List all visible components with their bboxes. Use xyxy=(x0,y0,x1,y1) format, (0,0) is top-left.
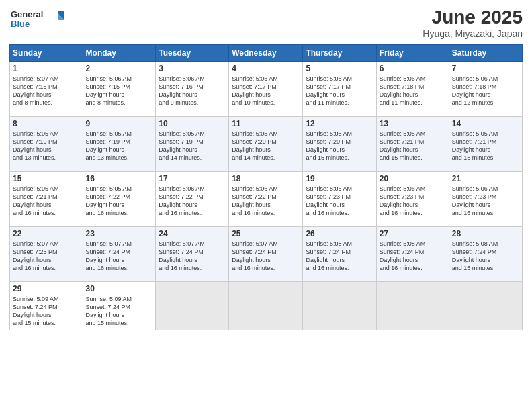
table-row: 7Sunrise: 5:06 AMSunset: 7:18 PMDaylight… xyxy=(449,62,522,117)
table-row: 17Sunrise: 5:06 AMSunset: 7:22 PMDayligh… xyxy=(156,172,229,227)
table-row: 15Sunrise: 5:05 AMSunset: 7:21 PMDayligh… xyxy=(10,172,83,227)
table-row: 8Sunrise: 5:05 AMSunset: 7:19 PMDaylight… xyxy=(10,117,83,172)
svg-text:General: General xyxy=(11,9,43,19)
table-row: 25Sunrise: 5:07 AMSunset: 7:24 PMDayligh… xyxy=(229,227,303,282)
header: General Blue June 2025 Hyuga, Miyazaki, … xyxy=(9,7,523,39)
table-row xyxy=(376,282,449,330)
day-number: 20 xyxy=(380,174,446,183)
day-number: 5 xyxy=(306,64,373,73)
day-info: Sunrise: 5:06 AMSunset: 7:23 PMDaylight … xyxy=(306,185,373,218)
col-saturday: Saturday xyxy=(449,45,522,62)
table-row: 4Sunrise: 5:06 AMSunset: 7:17 PMDaylight… xyxy=(229,62,303,117)
day-number: 3 xyxy=(159,64,226,73)
table-row: 18Sunrise: 5:06 AMSunset: 7:22 PMDayligh… xyxy=(229,172,303,227)
table-row: 21Sunrise: 5:06 AMSunset: 7:23 PMDayligh… xyxy=(449,172,522,227)
day-number: 9 xyxy=(86,119,153,128)
logo-content: General Blue xyxy=(9,7,70,35)
day-info: Sunrise: 5:07 AMSunset: 7:15 PMDaylight … xyxy=(13,75,80,107)
day-info: Sunrise: 5:06 AMSunset: 7:17 PMDaylight … xyxy=(232,75,300,107)
table-row: 30Sunrise: 5:09 AMSunset: 7:24 PMDayligh… xyxy=(83,282,156,330)
day-info: Sunrise: 5:06 AMSunset: 7:22 PMDaylight … xyxy=(232,185,300,218)
table-row xyxy=(303,282,376,330)
day-info: Sunrise: 5:05 AMSunset: 7:19 PMDaylight … xyxy=(159,130,226,163)
day-info: Sunrise: 5:08 AMSunset: 7:24 PMDaylight … xyxy=(380,240,446,273)
day-info: Sunrise: 5:06 AMSunset: 7:15 PMDaylight … xyxy=(86,75,153,107)
table-row: 26Sunrise: 5:08 AMSunset: 7:24 PMDayligh… xyxy=(303,227,376,282)
day-info: Sunrise: 5:06 AMSunset: 7:23 PMDaylight … xyxy=(452,185,519,218)
col-wednesday: Wednesday xyxy=(229,45,303,62)
day-info: Sunrise: 5:05 AMSunset: 7:19 PMDaylight … xyxy=(13,130,80,163)
day-info: Sunrise: 5:07 AMSunset: 7:23 PMDaylight … xyxy=(13,240,80,273)
calendar-table: Sunday Monday Tuesday Wednesday Thursday… xyxy=(9,44,523,330)
day-number: 1 xyxy=(13,64,80,73)
logo-icon: General Blue xyxy=(9,7,70,32)
day-info: Sunrise: 5:06 AMSunset: 7:22 PMDaylight … xyxy=(159,185,226,218)
table-row: 16Sunrise: 5:05 AMSunset: 7:22 PMDayligh… xyxy=(83,172,156,227)
day-info: Sunrise: 5:07 AMSunset: 7:24 PMDaylight … xyxy=(159,240,226,273)
day-number: 19 xyxy=(306,174,373,183)
col-tuesday: Tuesday xyxy=(156,45,229,62)
table-row: 3Sunrise: 5:06 AMSunset: 7:16 PMDaylight… xyxy=(156,62,229,117)
col-friday: Friday xyxy=(376,45,449,62)
day-number: 16 xyxy=(86,174,153,183)
calendar-page: General Blue June 2025 Hyuga, Miyazaki, … xyxy=(0,0,532,411)
table-row: 1Sunrise: 5:07 AMSunset: 7:15 PMDaylight… xyxy=(10,62,83,117)
table-row: 27Sunrise: 5:08 AMSunset: 7:24 PMDayligh… xyxy=(376,227,449,282)
table-row: 6Sunrise: 5:06 AMSunset: 7:18 PMDaylight… xyxy=(376,62,449,117)
day-info: Sunrise: 5:05 AMSunset: 7:21 PMDaylight … xyxy=(380,130,446,163)
day-number: 22 xyxy=(13,229,80,238)
table-row: 24Sunrise: 5:07 AMSunset: 7:24 PMDayligh… xyxy=(156,227,229,282)
day-info: Sunrise: 5:05 AMSunset: 7:20 PMDaylight … xyxy=(232,130,300,163)
day-info: Sunrise: 5:09 AMSunset: 7:24 PMDaylight … xyxy=(13,295,80,328)
day-number: 30 xyxy=(86,284,153,293)
table-row: 20Sunrise: 5:06 AMSunset: 7:23 PMDayligh… xyxy=(376,172,449,227)
title-section: June 2025 Hyuga, Miyazaki, Japan xyxy=(423,7,523,39)
table-row xyxy=(449,282,522,330)
col-sunday: Sunday xyxy=(10,45,83,62)
location: Hyuga, Miyazaki, Japan xyxy=(423,28,523,39)
table-row: 28Sunrise: 5:08 AMSunset: 7:24 PMDayligh… xyxy=(449,227,522,282)
day-number: 7 xyxy=(452,64,519,73)
table-row: 9Sunrise: 5:05 AMSunset: 7:19 PMDaylight… xyxy=(83,117,156,172)
table-row: 11Sunrise: 5:05 AMSunset: 7:20 PMDayligh… xyxy=(229,117,303,172)
day-number: 15 xyxy=(13,174,80,183)
day-number: 27 xyxy=(380,229,446,238)
day-number: 17 xyxy=(159,174,226,183)
table-row: 22Sunrise: 5:07 AMSunset: 7:23 PMDayligh… xyxy=(10,227,83,282)
day-number: 18 xyxy=(232,174,300,183)
day-number: 21 xyxy=(452,174,519,183)
day-number: 24 xyxy=(159,229,226,238)
day-number: 13 xyxy=(380,119,446,128)
day-info: Sunrise: 5:06 AMSunset: 7:23 PMDaylight … xyxy=(380,185,446,218)
day-number: 8 xyxy=(13,119,80,128)
day-number: 14 xyxy=(452,119,519,128)
day-number: 28 xyxy=(452,229,519,238)
col-monday: Monday xyxy=(83,45,156,62)
day-info: Sunrise: 5:05 AMSunset: 7:21 PMDaylight … xyxy=(13,185,80,218)
day-number: 4 xyxy=(232,64,300,73)
day-number: 23 xyxy=(86,229,153,238)
logo: General Blue xyxy=(9,7,70,35)
day-info: Sunrise: 5:05 AMSunset: 7:20 PMDaylight … xyxy=(306,130,373,163)
table-row: 2Sunrise: 5:06 AMSunset: 7:15 PMDaylight… xyxy=(83,62,156,117)
day-info: Sunrise: 5:05 AMSunset: 7:19 PMDaylight … xyxy=(86,130,153,163)
day-info: Sunrise: 5:07 AMSunset: 7:24 PMDaylight … xyxy=(232,240,300,273)
table-row: 13Sunrise: 5:05 AMSunset: 7:21 PMDayligh… xyxy=(376,117,449,172)
table-row: 5Sunrise: 5:06 AMSunset: 7:17 PMDaylight… xyxy=(303,62,376,117)
table-row: 10Sunrise: 5:05 AMSunset: 7:19 PMDayligh… xyxy=(156,117,229,172)
table-row: 14Sunrise: 5:05 AMSunset: 7:21 PMDayligh… xyxy=(449,117,522,172)
day-info: Sunrise: 5:05 AMSunset: 7:21 PMDaylight … xyxy=(452,130,519,163)
day-info: Sunrise: 5:09 AMSunset: 7:24 PMDaylight … xyxy=(86,295,153,328)
day-info: Sunrise: 5:06 AMSunset: 7:16 PMDaylight … xyxy=(159,75,226,107)
day-number: 2 xyxy=(86,64,153,73)
day-number: 11 xyxy=(232,119,300,128)
day-number: 12 xyxy=(306,119,373,128)
table-row: 23Sunrise: 5:07 AMSunset: 7:24 PMDayligh… xyxy=(83,227,156,282)
day-number: 10 xyxy=(159,119,226,128)
day-info: Sunrise: 5:06 AMSunset: 7:18 PMDaylight … xyxy=(380,75,446,107)
day-number: 25 xyxy=(232,229,300,238)
day-info: Sunrise: 5:05 AMSunset: 7:22 PMDaylight … xyxy=(86,185,153,218)
day-info: Sunrise: 5:07 AMSunset: 7:24 PMDaylight … xyxy=(86,240,153,273)
day-number: 29 xyxy=(13,284,80,293)
table-row xyxy=(229,282,303,330)
